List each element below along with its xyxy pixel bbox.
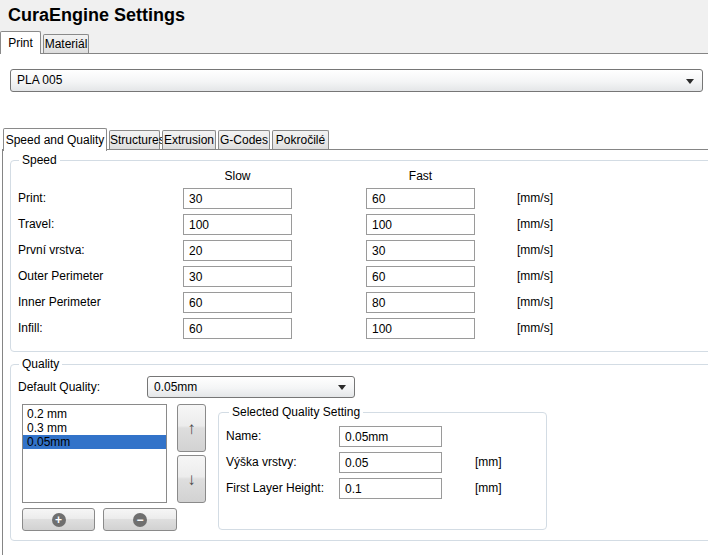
first-layer-height-label: First Layer Height: xyxy=(226,481,324,495)
column-header-slow: Slow xyxy=(183,169,292,183)
outer-perimeter-label: Outer Perimeter xyxy=(18,269,103,283)
tab-gcodes[interactable]: G-Codes xyxy=(218,130,270,149)
tab-extrusion[interactable]: Extrusion xyxy=(162,130,216,149)
speed-row-infill: Infill: [mm/s] xyxy=(0,316,708,342)
outer-perimeter-slow-input[interactable] xyxy=(183,266,292,287)
infill-label: Infill: xyxy=(18,321,43,335)
list-item[interactable]: 0.2 mm xyxy=(23,407,166,421)
outer-perimeter-fast-input[interactable] xyxy=(366,266,475,287)
layer-height-label: Výška vrstvy: xyxy=(226,455,297,469)
travel-label: Travel: xyxy=(18,217,54,231)
print-label: Print: xyxy=(18,191,46,205)
first-layer-label: První vrstva: xyxy=(18,243,85,257)
selected-row-layer-height: Výška vrstvy: [mm] xyxy=(0,450,708,476)
default-quality-select[interactable]: 0.05mm xyxy=(147,376,355,398)
inner-perimeter-slow-input[interactable] xyxy=(183,292,292,313)
name-input[interactable] xyxy=(339,426,442,447)
speed-row-inner-perimeter: Inner Perimeter [mm/s] xyxy=(0,290,708,316)
default-quality-value: 0.05mm xyxy=(154,380,197,394)
inner-perimeter-fast-input[interactable] xyxy=(366,292,475,313)
speed-row-outer-perimeter: Outer Perimeter [mm/s] xyxy=(0,264,708,290)
quality-group-title: Quality xyxy=(19,357,62,371)
remove-quality-button[interactable]: − xyxy=(103,508,177,531)
tab-structures[interactable]: Structures xyxy=(109,130,160,149)
name-label: Name: xyxy=(226,429,261,443)
infill-slow-input[interactable] xyxy=(183,318,292,339)
chevron-down-icon xyxy=(686,79,694,84)
layer-height-input[interactable] xyxy=(339,452,442,473)
speed-group-title: Speed xyxy=(19,153,60,167)
print-fast-input[interactable] xyxy=(366,188,475,209)
travel-slow-input[interactable] xyxy=(183,214,292,235)
outer-perimeter-unit-label: [mm/s] xyxy=(517,269,553,283)
default-quality-label: Default Quality: xyxy=(18,380,100,394)
selected-row-first-layer-height: First Layer Height: [mm] xyxy=(0,476,708,502)
layer-height-unit-label: [mm] xyxy=(475,455,502,469)
tab-pokrocile[interactable]: Pokročilé xyxy=(272,130,329,149)
inner-perimeter-label: Inner Perimeter xyxy=(18,295,101,309)
tab-print[interactable]: Print xyxy=(0,31,41,54)
travel-unit-label: [mm/s] xyxy=(517,217,553,231)
first-layer-height-unit-label: [mm] xyxy=(475,481,502,495)
chevron-down-icon xyxy=(338,385,346,390)
tab-material[interactable]: Materiál xyxy=(43,34,89,53)
print-slow-input[interactable] xyxy=(183,188,292,209)
print-unit-label: [mm/s] xyxy=(517,191,553,205)
speed-row-first-layer: První vrstva: [mm/s] xyxy=(0,238,708,264)
column-header-fast: Fast xyxy=(366,169,475,183)
page-title: CuraEngine Settings xyxy=(8,5,185,26)
first-layer-fast-input[interactable] xyxy=(366,240,475,261)
infill-fast-input[interactable] xyxy=(366,318,475,339)
plus-icon: + xyxy=(52,513,66,527)
first-layer-height-input[interactable] xyxy=(339,478,442,499)
travel-fast-input[interactable] xyxy=(366,214,475,235)
tab-speed-and-quality[interactable]: Speed and Quality xyxy=(3,128,107,151)
selected-quality-group-title: Selected Quality Setting xyxy=(229,405,363,419)
infill-unit-label: [mm/s] xyxy=(517,321,553,335)
speed-row-print: Print: [mm/s] xyxy=(0,186,708,212)
minus-icon: − xyxy=(133,513,147,527)
inner-perimeter-unit-label: [mm/s] xyxy=(517,295,553,309)
speed-row-travel: Travel: [mm/s] xyxy=(0,212,708,238)
first-layer-slow-input[interactable] xyxy=(183,240,292,261)
first-layer-unit-label: [mm/s] xyxy=(517,243,553,257)
selected-row-name: Name: xyxy=(0,424,708,450)
material-select-value: PLA 005 xyxy=(17,73,62,87)
material-select[interactable]: PLA 005 xyxy=(10,69,703,92)
add-quality-button[interactable]: + xyxy=(22,508,95,531)
